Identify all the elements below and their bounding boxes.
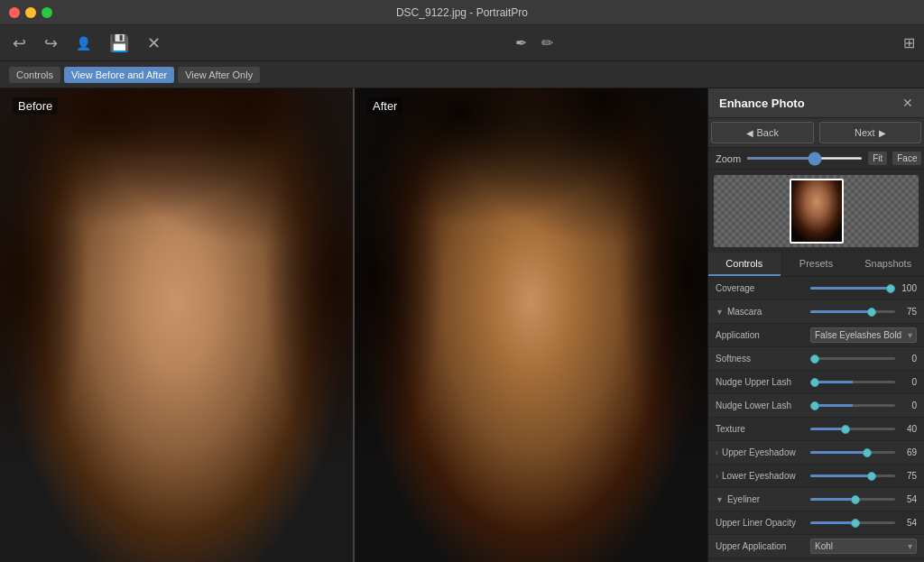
zoom-slider[interactable] xyxy=(746,157,863,160)
next-button[interactable]: Next ▶ xyxy=(819,122,922,143)
zoom-label: Zoom xyxy=(716,153,741,164)
control-label-11: Upper Application xyxy=(716,541,810,551)
back-label: Back xyxy=(757,127,779,138)
control-label-2: Application xyxy=(716,330,810,340)
slider-input-1[interactable] xyxy=(810,310,895,313)
slider-wrap-8 xyxy=(810,474,895,477)
control-value-10: 54 xyxy=(895,518,917,528)
control-label-text-7: Upper Eyeshadow xyxy=(722,447,796,457)
control-label-4: Nudge Upper Lash xyxy=(716,377,810,387)
control-label-text-1: Mascara xyxy=(727,307,762,317)
panel-close-icon[interactable]: ✕ xyxy=(902,96,913,110)
tabs-bar: Controls Presets Snapshots xyxy=(708,253,924,277)
slider-input-10[interactable] xyxy=(810,521,895,524)
slider-wrap-4 xyxy=(810,381,895,383)
minimize-button[interactable] xyxy=(25,7,36,18)
slider-input-0[interactable] xyxy=(810,287,895,290)
control-label-text-8: Lower Eyeshadow xyxy=(722,471,796,481)
hair-overlay-before xyxy=(0,88,353,562)
back-button[interactable]: ◀ Back xyxy=(711,122,814,143)
panel-header: Enhance Photo ✕ xyxy=(708,88,924,118)
dropdown-value-11: Kohl xyxy=(815,541,833,551)
control-value-9: 54 xyxy=(895,494,917,504)
traffic-lights xyxy=(9,7,52,18)
control-label-10: Upper Liner Opacity xyxy=(716,518,810,528)
slider-wrap-1 xyxy=(810,310,895,313)
slider-input-9[interactable] xyxy=(810,498,895,501)
save-button[interactable]: 💾 xyxy=(106,30,133,57)
view-after-button[interactable]: View After Only xyxy=(178,67,260,83)
right-panel: Enhance Photo ✕ ◀ Back Next ▶ Zoom Fit F… xyxy=(707,88,924,562)
expand-icon-7[interactable]: › xyxy=(716,448,718,457)
next-arrow-icon: ▶ xyxy=(879,128,886,138)
control-label-text-5: Nudge Lower Lash xyxy=(716,401,791,410)
add-person-button[interactable]: 👤 xyxy=(72,32,95,54)
zoom-face-button[interactable]: Face xyxy=(892,152,921,165)
expand-icon-8[interactable]: › xyxy=(716,472,718,481)
control-label-text-0: Coverage xyxy=(716,283,754,293)
control-row-11: Upper ApplicationKohl ▾ xyxy=(708,535,924,558)
control-label-text-2: Application xyxy=(716,330,760,340)
control-row-7: ›Upper Eyeshadow69 xyxy=(708,441,924,465)
zoom-fit-button[interactable]: Fit xyxy=(868,152,887,165)
slider-input-7[interactable] xyxy=(810,451,895,454)
control-label-9: ▼Eyeliner xyxy=(716,494,810,504)
layers-icon[interactable]: ⊞ xyxy=(903,34,915,51)
control-label-text-6: Texture xyxy=(716,424,745,434)
main-content: Before After Enhance Photo ✕ ◀ Bac xyxy=(0,88,924,562)
control-label-3: Softness xyxy=(716,354,810,364)
dropdown-arrow-icon-11: ▾ xyxy=(908,541,912,551)
next-label: Next xyxy=(855,127,875,138)
control-row-0: Coverage100 xyxy=(708,277,924,300)
control-label-1: ▼Mascara xyxy=(716,307,810,317)
controls-scroll[interactable]: Coverage100▼Mascara75ApplicationFalse Ey… xyxy=(708,277,924,562)
control-row-12: Lower Liner Opacity41 xyxy=(708,558,924,562)
eraser-icon[interactable]: ✏ xyxy=(541,34,553,51)
slider-input-4[interactable] xyxy=(810,381,895,383)
tab-presets[interactable]: Presets xyxy=(781,253,853,276)
toolbar-center: ✒ ✏ xyxy=(175,34,892,51)
after-panel: After xyxy=(355,88,707,562)
title-bar: DSC_9122.jpg - PortraitPro xyxy=(0,0,924,25)
close-icon[interactable]: ✕ xyxy=(143,30,164,57)
control-value-8: 75 xyxy=(895,471,917,481)
slider-input-6[interactable] xyxy=(810,428,895,430)
control-label-text-9: Eyeliner xyxy=(727,494,760,504)
control-label-7: ›Upper Eyeshadow xyxy=(716,447,810,457)
control-label-0: Coverage xyxy=(716,283,810,293)
view-before-button[interactable]: Controls xyxy=(9,67,60,83)
control-label-text-3: Softness xyxy=(716,354,751,364)
control-value-6: 40 xyxy=(895,424,917,434)
slider-wrap-3 xyxy=(810,357,895,360)
view-before-after-button[interactable]: View Before and After xyxy=(64,67,174,83)
slider-input-3[interactable] xyxy=(810,357,895,360)
hair-overlay-after xyxy=(355,88,707,562)
control-label-text-4: Nudge Upper Lash xyxy=(716,377,791,387)
dropdown-2[interactable]: False Eyelashes Bold ▾ xyxy=(810,327,917,343)
expand-icon-1[interactable]: ▼ xyxy=(716,308,724,317)
slider-wrap-6 xyxy=(810,428,895,430)
before-label: Before xyxy=(13,97,58,115)
slider-wrap-0 xyxy=(810,287,895,290)
pen-icon[interactable]: ✒ xyxy=(515,34,527,51)
control-row-1: ▼Mascara75 xyxy=(708,300,924,324)
tab-snapshots[interactable]: Snapshots xyxy=(852,253,924,276)
tab-controls[interactable]: Controls xyxy=(708,253,781,276)
undo-button[interactable]: ↩ xyxy=(9,30,30,57)
maximize-button[interactable] xyxy=(42,7,52,18)
control-label-text-10: Upper Liner Opacity xyxy=(716,518,796,528)
dropdown-11[interactable]: Kohl ▾ xyxy=(810,539,917,554)
expand-icon-9[interactable]: ▼ xyxy=(716,495,724,504)
dropdown-value-2: False Eyelashes Bold xyxy=(815,330,901,340)
redo-button[interactable]: ↪ xyxy=(41,30,61,57)
dropdown-arrow-icon-2: ▾ xyxy=(908,330,912,340)
close-button[interactable] xyxy=(9,7,20,18)
slider-input-8[interactable] xyxy=(810,474,895,477)
nav-buttons: ◀ Back Next ▶ xyxy=(708,118,924,148)
before-photo xyxy=(0,88,353,562)
after-photo xyxy=(355,88,707,562)
control-value-4: 0 xyxy=(895,377,917,387)
slider-input-5[interactable] xyxy=(810,404,895,407)
zoom-bar: Zoom Fit Face 1:4.30 xyxy=(708,148,924,170)
after-label: After xyxy=(367,97,402,115)
